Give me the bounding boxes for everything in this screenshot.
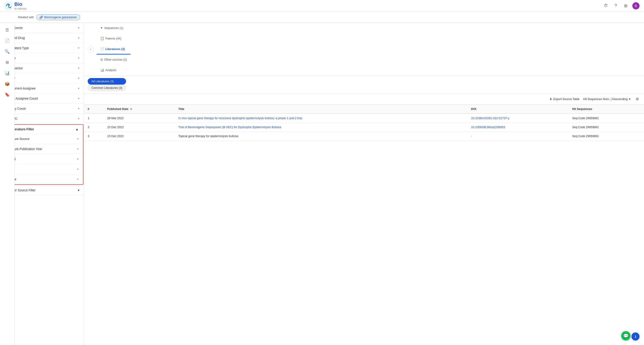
filter-chevron: ▾ [78, 117, 80, 120]
lit-filter-chevron: ▾ [77, 157, 78, 161]
tab-other-sources[interactable]: ◎Other sources (1) [97, 55, 130, 65]
tab-label-analysis: Analysis [106, 68, 116, 72]
tab-literatures[interactable]: 📄Literatures (3) [97, 44, 130, 55]
tab-patents[interactable]: 📋Patents (44) [97, 34, 130, 44]
related-label: Related with [18, 16, 34, 19]
sidebar-box-icon[interactable]: 📦 [3, 79, 12, 88]
filter-chevron: ▾ [78, 87, 80, 90]
cell-num: 2 [84, 123, 104, 132]
sub-tabs-container: All Literatures (3)Common Literatures (3… [88, 78, 126, 91]
sub-tab-all[interactable]: All Literatures (3) [88, 78, 126, 85]
tab-icon-patents: 📋 [100, 37, 104, 40]
filter-chevron: ▾ [78, 77, 80, 80]
tab-label-sequences: Sequences (1) [104, 26, 123, 30]
filter-chevron: ▾ [78, 107, 80, 110]
lit-filter-chevron: ▾ [77, 147, 78, 151]
filter-chevron: ▾ [78, 36, 80, 40]
left-sidebar: ☰ 📄 🔍 ⊞ 📊 📦 🔖 [0, 23, 14, 345]
tabs-bar: ‹ ✦Sequences (1)📋Patents (44)📄Literature… [84, 23, 644, 76]
logo-bio: Bio [14, 2, 26, 7]
filter-chevron: ▾ [78, 67, 80, 70]
tab-icon-analysis: 📊 [100, 68, 104, 72]
main-layout: ☰ 📄 🔍 ⊞ 📊 📦 🔖 Legal Events▾Patented Drug… [0, 23, 644, 345]
other-source-chevron: ▾ [78, 188, 80, 192]
literature-filter-chevron: ▲ [75, 127, 78, 131]
tab-label-patents: Patents (44) [106, 37, 121, 40]
history-icon[interactable]: ⏱ [603, 3, 609, 9]
tab-label-other-sources: Other sources (1) [104, 58, 127, 61]
cell-hit-sequences: Seq Code 29659881 [568, 132, 644, 141]
lit-filter-chevron: ▾ [77, 178, 78, 181]
title-link[interactable]: In vivo topical gene therapy for recessi… [178, 116, 303, 120]
header-icons: ⏱ ? ⊞ C [603, 2, 640, 10]
cell-date: 28 Mar 2022 [104, 114, 175, 123]
col-title: Title [175, 105, 468, 114]
content-area: ‹ ✦Sequences (1)📋Patents (44)📄Literature… [84, 23, 644, 345]
table-row: 2 15 Dec 2022 Trial of Beremagene Geperp… [84, 123, 644, 132]
settings-btn[interactable]: ⚙ [634, 96, 640, 102]
notification-badge[interactable]: 1 [632, 332, 640, 340]
sub-tab-common[interactable]: Common Literatures (3) [88, 85, 126, 91]
sort-select[interactable]: Hit Sequences Num. | Descending ▾ [583, 97, 630, 101]
sidebar-document-icon[interactable]: 📄 [3, 36, 12, 45]
tabs-container: ✦Sequences (1)📋Patents (44)📄Literatures … [97, 23, 130, 76]
table-header-row: # Published Date ⇅ Title DOI Hit Sequenc… [84, 105, 644, 114]
cell-title: Trial of Beremagene Geperpavec (B-VEC) f… [175, 123, 468, 132]
svg-point-1 [8, 4, 9, 6]
logo-byline: by patsnap [14, 7, 26, 10]
lit-filter-chevron: ▾ [77, 168, 78, 171]
doi-link[interactable]: 10.1038/s41591-022-01737-y [471, 116, 510, 120]
sort-label: Hit Sequences Num. | Descending [583, 97, 628, 101]
col-hit-sequences: Hit Sequences [568, 105, 644, 114]
tab-icon-sequences: ✦ [100, 26, 103, 30]
sort-chevron-icon: ▾ [629, 97, 630, 101]
table-toolbar: ⬇ Export Source Table Hit Sequences Num.… [84, 94, 644, 105]
tab-analysis[interactable]: 📊Analysis [97, 65, 130, 76]
title-link[interactable]: Trial of Beremagene Geperpavec (B-VEC) f… [178, 125, 282, 129]
sub-header: Related with 🧬 Beremagene geperpavec [0, 12, 644, 23]
cell-date: 15 Dec 2022 [104, 123, 175, 132]
cell-hit-sequences: Seq Code 29659881 [568, 123, 644, 132]
tab-label-literatures: Literatures (3) [106, 47, 125, 51]
export-icon: ⬇ [550, 97, 552, 101]
dna-icon: 🧬 [39, 16, 43, 19]
sidebar-analytics-icon[interactable]: 📊 [3, 69, 12, 78]
export-label: Export Source Table [554, 97, 580, 101]
sidebar-grid-icon[interactable]: ⊞ [3, 58, 12, 67]
filter-chevron: ▾ [78, 97, 80, 100]
user-avatar[interactable]: C [632, 2, 640, 10]
tab-icon-other-sources: ◎ [100, 58, 103, 61]
top-header: Bio by patsnap ⏱ ? ⊞ C [0, 0, 644, 12]
svg-rect-0 [4, 2, 12, 10]
doi-text: - [471, 134, 472, 138]
sidebar-search-icon[interactable]: 🔍 [3, 47, 12, 56]
cell-title: In vivo topical gene therapy for recessi… [175, 114, 468, 123]
col-date: Published Date ⇅ [104, 105, 175, 114]
apps-icon[interactable]: ⊞ [622, 3, 629, 9]
cell-num: 3 [84, 132, 104, 141]
literatures-table: # Published Date ⇅ Title DOI Hit Sequenc… [84, 105, 644, 141]
related-drug-tag[interactable]: 🧬 Beremagene geperpavec [36, 14, 80, 20]
table-body: 1 28 Mar 2022 In vivo topical gene thera… [84, 114, 644, 141]
sidebar-bookmark-icon[interactable]: 🔖 [3, 90, 12, 99]
sidebar-menu-icon[interactable]: ☰ [3, 26, 12, 35]
title-text: Topical gene therapy for epidermolysis b… [178, 134, 238, 138]
help-icon[interactable]: ? [612, 3, 619, 9]
filter-chevron: ▾ [78, 26, 80, 29]
export-btn[interactable]: ⬇ Export Source Table [550, 97, 580, 101]
chat-button[interactable]: 💬 [621, 331, 630, 340]
cell-title: Topical gene therapy for epidermolysis b… [175, 132, 468, 141]
cell-doi: 10.1056/NEJMoa2206663 [468, 123, 569, 132]
filter-chevron: ▾ [78, 47, 80, 50]
filter-chevron: ▾ [78, 57, 80, 60]
cell-doi: 10.1038/s41591-022-01737-y [468, 114, 569, 123]
tab-icon-literatures: 📄 [100, 47, 104, 51]
table-row: 1 28 Mar 2022 In vivo topical gene thera… [84, 114, 644, 123]
tab-sequences[interactable]: ✦Sequences (1) [97, 23, 130, 34]
table-container: # Published Date ⇅ Title DOI Hit Sequenc… [84, 105, 644, 345]
logo-area: Bio by patsnap [4, 2, 26, 10]
table-row: 3 15 Dec 2022 Topical gene therapy for e… [84, 132, 644, 141]
doi-link[interactable]: 10.1056/NEJMoa2206663 [471, 125, 505, 129]
tab-nav-back-btn[interactable]: ‹ [88, 46, 94, 53]
date-sort-icon: ⇅ [130, 108, 132, 110]
